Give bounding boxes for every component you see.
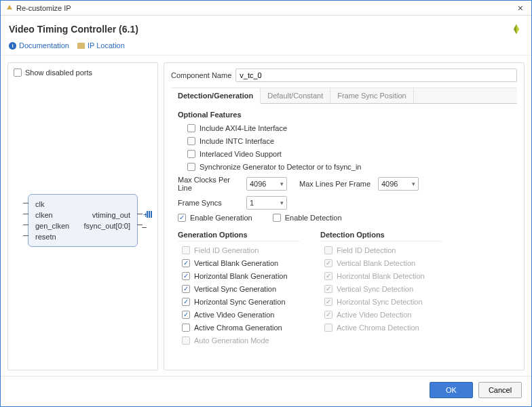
component-name-input[interactable]: [235, 69, 517, 82]
enable-detection-checkbox[interactable]: [273, 214, 281, 222]
port-clk: clk: [35, 199, 44, 210]
feature-1-checkbox[interactable]: [187, 137, 195, 145]
det-opt-5-label: Active Video Detection: [337, 311, 411, 319]
det-opt-0-label: Field ID Detection: [337, 246, 396, 254]
frame-syncs-select[interactable]: 1▾: [246, 196, 287, 210]
ip-diagram: + – clk clkenvtiming_out gen_clkenfsync_…: [14, 77, 152, 364]
documentation-label: Documentation: [19, 41, 69, 50]
component-name-label: Component Name: [171, 71, 231, 79]
gen-opt-5-label: Active Video Generation: [194, 311, 274, 319]
feature-3-label: Synchronize Generator to Detector or to …: [200, 163, 361, 171]
det-opt-6-checkbox: [324, 324, 332, 332]
detection-options-col: Detection Options Field ID DetectionVert…: [320, 231, 442, 349]
header: Video Timing Controller (6.1): [1, 16, 531, 41]
gen-opt-6-label: Active Chroma Generation: [194, 324, 282, 332]
max-clocks-select[interactable]: 4096▾: [246, 177, 287, 191]
det-opt-0-checkbox: [324, 246, 332, 254]
app-icon: [6, 5, 13, 12]
gen-opt-2-checkbox[interactable]: [182, 272, 190, 280]
max-clocks-label: Max Clocks Per Line: [178, 176, 242, 192]
gen-opt-2-label: Horizontal Blank Generation: [194, 272, 288, 280]
diagram-panel: Show disabled ports + – clk clkenvtiming…: [7, 62, 158, 370]
generation-options-col: Generation Options Field ID GenerationVe…: [178, 231, 300, 349]
max-lines-label: Max Lines Per Frame: [299, 180, 374, 188]
gen-opt-7-checkbox: [182, 336, 190, 345]
ip-block: + – clk clkenvtiming_out gen_clkenfsync_…: [28, 194, 138, 247]
gen-opt-3-label: Vertical Sync Generation: [194, 285, 276, 293]
optional-features-title: Optional Features: [178, 111, 510, 119]
info-icon: i: [9, 42, 16, 50]
tab-default-constant[interactable]: Default/Constant: [261, 88, 330, 103]
generation-options-title: Generation Options: [178, 231, 300, 241]
feature-1-label: Include INTC Interface: [200, 137, 274, 145]
page-title: Video Timing Controller (6.1): [9, 24, 138, 35]
enable-generation-checkbox[interactable]: [178, 214, 186, 222]
show-disabled-ports-checkbox[interactable]: [14, 69, 22, 77]
chevron-down-icon: ▾: [412, 180, 415, 187]
port-gen-clken: gen_clken: [35, 220, 69, 231]
bus-icon: [147, 211, 152, 218]
det-opt-5-checkbox: [324, 311, 332, 319]
chevron-down-icon: ▾: [280, 180, 284, 187]
det-opt-4-checkbox: [324, 298, 332, 306]
det-opt-3-checkbox: [324, 285, 332, 293]
gen-opt-0-label: Field ID Generation: [194, 246, 259, 254]
port-fsync-out: fsync_out[0:0]: [84, 220, 131, 231]
footer: OK Cancel: [1, 376, 531, 403]
port-resetn: resetn: [35, 231, 56, 242]
feature-2-label: Interlaced Video Support: [200, 150, 282, 158]
det-opt-3-label: Vertical Sync Detection: [337, 285, 413, 293]
minus-icon: –: [142, 222, 147, 232]
tabs: Detection/Generation Default/Constant Fr…: [171, 88, 517, 104]
gen-opt-5-checkbox[interactable]: [182, 311, 190, 319]
det-opt-2-label: Horizontal Blank Detection: [337, 272, 425, 280]
gen-opt-4-checkbox[interactable]: [182, 298, 190, 306]
feature-2-checkbox[interactable]: [187, 150, 195, 158]
chevron-down-icon: ▾: [280, 199, 284, 206]
gen-opt-1-label: Vertical Blank Generation: [194, 259, 278, 267]
gen-opt-6-checkbox[interactable]: [182, 324, 190, 332]
show-disabled-ports-row[interactable]: Show disabled ports: [14, 69, 152, 77]
tab-content: Optional Features Include AXI4-Lite Inte…: [171, 104, 517, 349]
detection-options-title: Detection Options: [320, 231, 442, 241]
window-title: Re-customize IP: [16, 4, 71, 12]
port-vtiming-out: vtiming_out: [92, 210, 130, 220]
ok-button[interactable]: OK: [430, 382, 473, 398]
det-opt-1-label: Vertical Blank Detection: [337, 259, 415, 267]
cancel-button[interactable]: Cancel: [478, 382, 522, 398]
gen-opt-0-checkbox: [182, 246, 190, 254]
gen-opt-7-label: Auto Generation Mode: [194, 336, 269, 345]
max-lines-select[interactable]: 4096▾: [378, 177, 419, 191]
gen-opt-3-checkbox[interactable]: [182, 285, 190, 293]
feature-0-label: Include AXI4-Lite Interface: [200, 124, 287, 132]
feature-0-checkbox[interactable]: [187, 124, 195, 132]
feature-3-checkbox[interactable]: [187, 163, 195, 171]
tab-frame-sync-position[interactable]: Frame Sync Position: [330, 88, 413, 103]
gen-opt-1-checkbox[interactable]: [182, 259, 190, 267]
divider: [1, 55, 531, 56]
close-icon[interactable]: ×: [515, 3, 526, 14]
documentation-link[interactable]: i Documentation: [9, 41, 69, 50]
frame-syncs-label: Frame Syncs: [178, 199, 242, 207]
config-panel: Component Name Detection/Generation Defa…: [164, 62, 525, 370]
ip-location-link[interactable]: IP Location: [77, 41, 125, 50]
links-bar: i Documentation IP Location: [1, 41, 531, 55]
det-opt-4-label: Horizontal Sync Detection: [337, 298, 423, 306]
ip-location-label: IP Location: [88, 41, 125, 50]
det-opt-6-label: Active Chroma Detection: [337, 324, 419, 332]
titlebar: Re-customize IP ×: [1, 1, 531, 16]
folder-icon: [77, 43, 85, 49]
show-disabled-ports-label: Show disabled ports: [25, 69, 92, 77]
enable-generation-label: Enable Generation: [190, 214, 252, 222]
det-opt-1-checkbox: [324, 259, 332, 267]
gen-opt-4-label: Horizontal Sync Generation: [194, 298, 286, 306]
vendor-logo-icon: [510, 22, 523, 36]
port-clken: clken: [35, 210, 53, 220]
det-opt-2-checkbox: [324, 272, 332, 280]
enable-detection-label: Enable Detection: [285, 214, 342, 222]
tab-detection-generation[interactable]: Detection/Generation: [171, 88, 261, 104]
